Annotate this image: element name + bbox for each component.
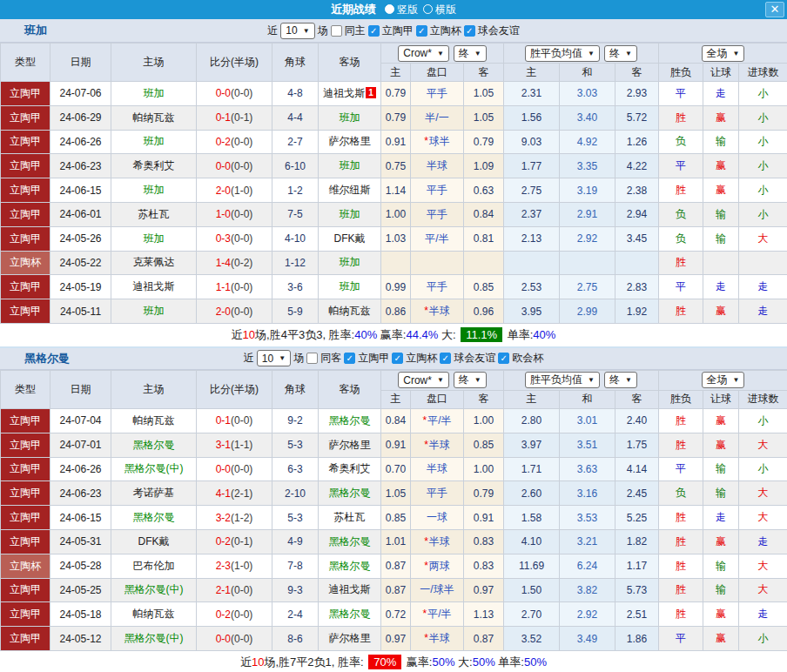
league-checkbox[interactable] <box>440 353 451 364</box>
away-team-name: DFK戴 <box>334 232 366 245</box>
layout-radio-group: 竖版横版 <box>380 3 456 17</box>
recent-results-panel: 近期战绩 竖版横版 ✕ 班加近10▼场同主立陶甲立陶杯球会友谊类型日期主场比分(… <box>0 0 787 672</box>
match-row: 立陶甲24-05-31DFK戴0-2(0-1)4-9黑格尔曼1.01*半球0.8… <box>1 529 787 554</box>
away-odds-cell: 0.87 <box>464 627 504 651</box>
scope-select[interactable]: 全场▼ <box>702 45 745 62</box>
home-team-cell: 黑格尔曼(中) <box>111 578 197 602</box>
column-header: 角球 <box>272 370 319 408</box>
sub-column-header: 盘口 <box>411 64 464 82</box>
halftime-score: (0-0) <box>231 87 252 99</box>
result-cell: 胜 <box>659 529 703 554</box>
layout-radio-vertical[interactable] <box>385 4 394 14</box>
corners-cell: 5-3 <box>272 433 319 457</box>
avg-select[interactable]: 胜平负均值▼ <box>525 372 600 388</box>
score-cell: 0-1(0-0) <box>197 408 272 433</box>
final-select-2[interactable]: 终▼ <box>604 372 637 388</box>
home-team-cell: 班加 <box>111 82 197 106</box>
avg-away-cell: 2.45 <box>615 481 659 506</box>
final-select[interactable]: 终▼ <box>454 372 487 388</box>
chevron-down-icon: ▼ <box>303 27 310 35</box>
avg-home-cell: 2.60 <box>504 481 560 506</box>
away-team-name: 迪祖戈斯 <box>323 87 365 99</box>
scope-select[interactable]: 全场▼ <box>702 372 745 388</box>
handicap-result-cell: 输 <box>703 578 739 602</box>
away-odds-cell: 0.83 <box>464 554 504 578</box>
match-type-cell: 立陶甲 <box>1 506 50 530</box>
date-cell: 24-06-29 <box>50 105 111 130</box>
away-team-name: 班加 <box>340 280 360 292</box>
select-value: Crow* <box>403 374 432 386</box>
match-type-cell: 立陶甲 <box>1 82 50 106</box>
home-odds-cell: 0.79 <box>381 105 411 130</box>
away-odds-cell: 0.79 <box>464 130 504 154</box>
avg-draw-cell: 3.03 <box>560 82 615 106</box>
final-select[interactable]: 终▼ <box>454 45 487 62</box>
result-cell: 胜 <box>659 299 703 324</box>
league-label: 球会友谊 <box>478 24 520 38</box>
match-count-select[interactable]: 10▼ <box>280 23 314 39</box>
column-header: 角球 <box>272 44 319 82</box>
handicap-text: 平手 <box>427 87 447 99</box>
league-checkbox[interactable] <box>368 25 380 37</box>
avg-away-cell: 2.93 <box>615 82 659 106</box>
league-checkbox[interactable] <box>344 353 355 364</box>
star-marker: * <box>424 135 428 147</box>
match-count-select[interactable]: 10▼ <box>257 350 291 366</box>
handicap-result-cell: 赢 <box>703 408 739 433</box>
final-select-2[interactable]: 终▼ <box>604 45 637 62</box>
league-checkbox[interactable] <box>416 25 427 37</box>
result-cell: 胜 <box>659 105 703 130</box>
results-table: 类型日期主场比分(半场)角球客场Crow*▼终▼胜平负均值▼终▼全场▼主盘口客主… <box>0 370 787 651</box>
avg-home-cell: 2.31 <box>504 82 560 106</box>
handicap-text: 半球 <box>429 535 450 548</box>
home-team-cell: 黑格尔曼 <box>111 506 197 530</box>
team-name: 班加 <box>24 23 47 38</box>
company-select[interactable]: Crow*▼ <box>398 372 449 388</box>
avg-away-cell: 2.94 <box>615 202 659 226</box>
date-cell: 24-06-01 <box>50 202 111 226</box>
league-checkbox[interactable] <box>392 353 403 364</box>
fulltime-score: 0-0 <box>216 87 231 99</box>
date-cell: 24-05-26 <box>50 226 111 251</box>
handicap-cell: 平手 <box>411 481 464 506</box>
goals-cell: 小 <box>739 457 787 481</box>
same-venue-checkbox[interactable] <box>331 25 342 37</box>
goals-cell: 走 <box>739 529 787 554</box>
handicap-cell: 半/一 <box>411 105 464 130</box>
titlebar: 近期战绩 竖版横版 ✕ <box>0 0 787 19</box>
avg-draw-cell: 3.16 <box>560 481 615 506</box>
filter-bar: 近10▼场同主立陶甲立陶杯球会友谊 <box>267 23 519 39</box>
avg-home-cell: 2.13 <box>504 226 560 251</box>
league-checkbox[interactable] <box>498 353 509 364</box>
avg-away-cell: 5.25 <box>615 506 659 530</box>
summary-segment: 10 <box>243 328 255 341</box>
layout-radio-horizontal[interactable] <box>423 4 433 14</box>
home-team-cell: 黑格尔曼 <box>111 433 197 457</box>
summary-segment: 单率: <box>495 655 524 670</box>
column-header: 客场 <box>319 370 381 408</box>
goals-cell: 大 <box>739 578 787 602</box>
handicap-result-cell: 走 <box>703 275 739 299</box>
match-type-cell: 立陶甲 <box>1 481 50 506</box>
avg-select[interactable]: 胜平负均值▼ <box>525 45 600 62</box>
league-checkbox[interactable] <box>464 25 475 37</box>
home-team-cell: 迪祖戈斯 <box>111 275 197 299</box>
away-team-name: 班加 <box>340 111 360 124</box>
close-button[interactable]: ✕ <box>765 2 784 17</box>
date-cell: 24-07-01 <box>50 433 111 457</box>
score-cell: 0-0(0-0) <box>197 154 272 178</box>
same-venue-checkbox[interactable] <box>306 353 318 364</box>
sub-column-header: 客 <box>464 64 504 82</box>
score-cell: 0-1(0-1) <box>197 105 272 130</box>
company-select[interactable]: Crow*▼ <box>398 45 449 62</box>
corners-cell: 5-9 <box>272 299 319 324</box>
section-header: 班加近10▼场同主立陶甲立陶杯球会友谊 <box>0 19 787 43</box>
handicap-result-cell: 输 <box>703 226 739 251</box>
avg-draw-cell: 3.35 <box>560 154 615 178</box>
league-label: 球会友谊 <box>454 351 495 366</box>
home-team-cell: 班加 <box>111 226 197 251</box>
star-marker: * <box>422 414 427 427</box>
score-cell: 1-4(0-2) <box>197 251 272 275</box>
score-cell: 1-1(0-0) <box>197 275 272 299</box>
select-value: 10 <box>286 24 297 37</box>
